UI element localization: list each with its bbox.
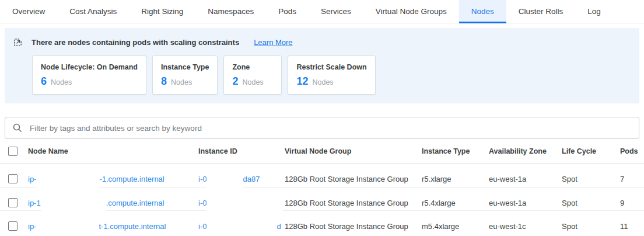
instance-id-link[interactable]: da87 — [243, 175, 260, 183]
select-all-checkbox[interactable] — [8, 147, 18, 156]
cell-pods: 11 — [620, 222, 644, 231]
table-header-row: Node Name Instance ID Virtual Node Group… — [0, 139, 644, 164]
tab-cluster-rolls[interactable]: Cluster Rolls — [506, 0, 576, 23]
card-count: 8 — [161, 75, 167, 88]
instance-id-link[interactable]: i-0 — [198, 199, 206, 207]
cell-instance-type: r5.xlarge — [422, 175, 489, 183]
card-count: 2 — [232, 75, 238, 88]
card-instance-type[interactable]: Instance Type 8 Nodes — [152, 55, 218, 95]
tab-namespaces[interactable]: Namespaces — [195, 0, 266, 23]
tab-overview[interactable]: Overview — [0, 0, 57, 23]
cell-virtual-node-group: 128Gb Root Storage Instance Group — [285, 199, 422, 207]
card-count: 6 — [41, 75, 47, 88]
learn-more-link[interactable]: Learn More — [254, 38, 292, 47]
cell-instance-type: r5.4xlarge — [422, 199, 489, 207]
col-node-name: Node Name — [28, 147, 198, 155]
instance-id-link[interactable]: i-0 — [198, 175, 206, 183]
tab-bar: Overview Cost Analysis Right Sizing Name… — [0, 0, 644, 23]
node-name-link[interactable]: ip- — [28, 222, 36, 231]
cell-availability-zone: eu-west-1a — [489, 175, 562, 183]
row-checkbox[interactable] — [8, 221, 18, 231]
tab-right-sizing[interactable]: Right Sizing — [129, 0, 195, 23]
cell-life-cycle: Spot — [562, 199, 620, 207]
card-unit: Nodes — [51, 78, 72, 86]
search-icon — [12, 123, 23, 133]
constraint-cards: Node Lifecycle: On Demand 6 Nodes Instan… — [32, 55, 631, 95]
card-title: Zone — [232, 63, 273, 71]
instance-id-link[interactable]: i-0 — [198, 222, 206, 231]
table-row: ip- -1.compute.internal i-0 da87 128Gb R… — [0, 164, 644, 187]
instance-id-link[interactable]: d — [276, 222, 281, 231]
card-node-lifecycle[interactable]: Node Lifecycle: On Demand 6 Nodes — [32, 55, 146, 95]
cell-life-cycle: Spot — [562, 175, 620, 183]
col-pods: Pods — [620, 147, 644, 155]
node-name-link[interactable]: -1.compute.internal — [99, 175, 164, 183]
tab-services[interactable]: Services — [309, 0, 363, 23]
card-restrict-scale-down[interactable]: Restrict Scale Down 12 Nodes — [288, 55, 375, 95]
card-count: 12 — [296, 75, 308, 88]
row-checkbox[interactable] — [8, 174, 18, 183]
tab-nodes[interactable]: Nodes — [459, 0, 506, 23]
cell-virtual-node-group: 128Gb Root Storage Instance Group — [285, 222, 422, 231]
banner-alert-row: There are nodes containing pods with sca… — [13, 37, 631, 47]
cell-availability-zone: eu-west-1a — [489, 199, 562, 207]
col-virtual-node-group: Virtual Node Group — [285, 147, 422, 155]
cell-availability-zone: eu-west-1c — [489, 222, 562, 231]
node-name-link[interactable]: ip-1 — [28, 199, 41, 207]
nodes-table: Node Name Instance ID Virtual Node Group… — [0, 139, 644, 234]
row-checkbox[interactable] — [8, 198, 18, 207]
node-name-link[interactable]: t-1.compute.internal — [99, 222, 166, 231]
tab-pods[interactable]: Pods — [266, 0, 309, 23]
table-row: ip-1 .compute.internal i-0 128Gb Root St… — [0, 187, 644, 210]
scaling-constraint-icon — [13, 37, 23, 47]
card-title: Restrict Scale Down — [296, 63, 366, 71]
card-zone[interactable]: Zone 2 Nodes — [223, 55, 282, 95]
card-title: Node Lifecycle: On Demand — [41, 63, 138, 71]
col-life-cycle: Life Cycle — [562, 147, 620, 155]
scaling-constraints-banner: There are nodes containing pods with sca… — [5, 28, 639, 103]
node-name-link[interactable]: .compute.internal — [106, 199, 164, 207]
banner-message: There are nodes containing pods with sca… — [32, 38, 239, 47]
cell-virtual-node-group: 128Gb Root Storage Instance Group — [285, 175, 422, 183]
tab-virtual-node-groups[interactable]: Virtual Node Groups — [363, 0, 459, 23]
card-unit: Nodes — [171, 78, 192, 86]
filter-input[interactable] — [29, 123, 632, 133]
tab-log[interactable]: Log — [575, 0, 613, 23]
node-name-link[interactable]: ip- — [28, 175, 36, 183]
cell-pods: 9 — [620, 199, 644, 207]
card-title: Instance Type — [161, 63, 209, 71]
col-instance-id: Instance ID — [198, 147, 285, 155]
col-instance-type: Instance Type — [422, 147, 489, 155]
card-unit: Nodes — [312, 78, 333, 86]
tab-cost-analysis[interactable]: Cost Analysis — [57, 0, 129, 23]
cell-instance-type: m5.4xlarge — [422, 222, 489, 231]
redaction-block — [206, 211, 276, 236]
col-availability-zone: Availability Zone — [489, 147, 562, 155]
card-unit: Nodes — [242, 78, 263, 86]
cell-pods: 7 — [620, 175, 644, 183]
table-row: ip- t-1.compute.internal i-0 d 128Gb Roo… — [0, 210, 644, 234]
filter-box — [5, 117, 639, 139]
cell-life-cycle: Spot — [562, 222, 620, 231]
redaction-block — [36, 211, 99, 236]
